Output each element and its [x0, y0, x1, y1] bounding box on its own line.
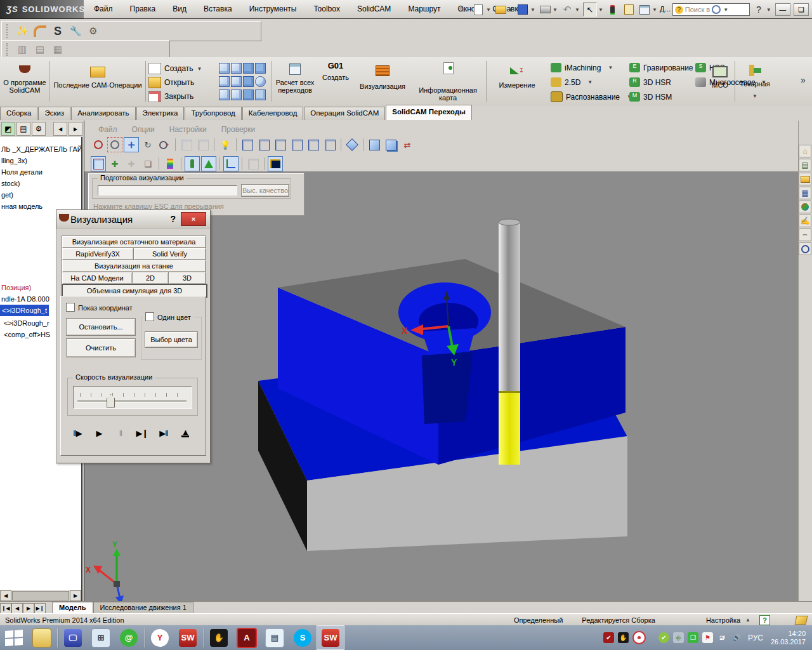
- cube-icon[interactable]: [219, 90, 230, 100]
- tab-solidcam-transitions[interactable]: SolidCAM Переходы: [386, 105, 472, 120]
- save-dropdown[interactable]: ▼: [530, 7, 535, 13]
- file-properties-icon[interactable]: [622, 3, 635, 16]
- view-top-icon[interactable]: [306, 137, 321, 152]
- tab-solidcam-operation[interactable]: Операция SolidCAM: [304, 107, 385, 120]
- tree-scroll-left-button[interactable]: ◀: [53, 122, 67, 136]
- tray-composer-icon[interactable]: ✋: [618, 632, 629, 643]
- select-dropdown[interactable]: ▼: [598, 7, 603, 13]
- zoom-window-icon[interactable]: [107, 137, 122, 152]
- stop-button[interactable]: Остановить...: [66, 318, 136, 336]
- cube-icon[interactable]: [219, 63, 230, 74]
- search-dropdown[interactable]: ▼: [723, 7, 728, 13]
- help-icon[interactable]: ?: [752, 3, 765, 16]
- sim-menu-settings[interactable]: Настройки: [163, 122, 213, 134]
- tab-scroll-left-icon[interactable]: ◀: [11, 603, 23, 614]
- search-input[interactable]: ? Поиск в ▼: [672, 3, 750, 16]
- tab-electrical[interactable]: Электрика: [136, 107, 185, 120]
- view-front-icon[interactable]: [240, 137, 255, 152]
- routing-wand-icon[interactable]: ✨: [15, 23, 30, 39]
- toolbar-handle-2[interactable]: [6, 43, 10, 56]
- tab-cabling[interactable]: Кабелепровод: [242, 107, 304, 120]
- refresh-view-icon[interactable]: ⇄: [400, 137, 415, 152]
- show-stock-icon[interactable]: [91, 156, 106, 171]
- show-tool-icon[interactable]: [185, 156, 200, 171]
- new-document-icon[interactable]: [472, 3, 485, 16]
- tray-volume-icon[interactable]: 🔊: [731, 632, 742, 643]
- taskbar-acrobat[interactable]: A: [233, 625, 261, 650]
- taskbar-skype[interactable]: S: [289, 625, 317, 650]
- color-scale-icon[interactable]: [162, 156, 178, 171]
- feature-manager-icon[interactable]: ▤: [16, 122, 30, 136]
- electrical-icon[interactable]: ⎓: [799, 229, 811, 241]
- tree-scroll-right-button[interactable]: ▶: [69, 122, 82, 136]
- tray-network-icon[interactable]: 🖳: [717, 632, 728, 643]
- pipe-elbow-icon[interactable]: [32, 23, 48, 39]
- residual-material-tab[interactable]: Визуализация остаточного материала: [62, 235, 206, 248]
- menu-edit[interactable]: Правка: [122, 0, 164, 18]
- machine-visualization-tab[interactable]: Визуализация на станке: [62, 260, 206, 272]
- appearances-icon[interactable]: [799, 201, 811, 213]
- flexible-tube-icon[interactable]: S: [50, 23, 65, 39]
- search-tools-icon[interactable]: [799, 242, 811, 255]
- recent-cam-operations-button[interactable]: Последние CAM-Операции: [51, 63, 145, 89]
- play-step-button[interactable]: ‖▶: [69, 426, 86, 440]
- tree-item[interactable]: get): [0, 189, 81, 201]
- dialog-titlebar[interactable]: Визуализация ? ×: [56, 210, 210, 229]
- taskbar-clock[interactable]: 14:20 26.03.2017: [771, 630, 806, 646]
- tab-scroll-right-icon[interactable]: ▶: [23, 603, 34, 614]
- measure-button[interactable]: ↧ Измерение: [490, 62, 544, 89]
- dialog-close-button[interactable]: ×: [181, 212, 206, 226]
- pipe-drop-icon[interactable]: ⚙: [86, 23, 101, 39]
- cad-model-tab[interactable]: На CAD Модели: [62, 272, 133, 284]
- about-solidcam-button[interactable]: О программе SolidCAM: [3, 61, 47, 94]
- view-back-icon[interactable]: [256, 137, 272, 152]
- view-palette-icon[interactable]: ▦: [799, 187, 811, 199]
- menu-file[interactable]: Файл: [86, 0, 121, 18]
- pan-icon[interactable]: ✛: [124, 137, 139, 152]
- tab-evaluate[interactable]: Анализировать: [71, 107, 135, 120]
- menu-solidcam[interactable]: SolidCAM: [350, 0, 398, 18]
- taskbar-solidworks-active[interactable]: SW: [317, 625, 344, 650]
- cube-icon[interactable]: [231, 90, 242, 100]
- solidverify-tab[interactable]: Solid Verify: [133, 248, 206, 260]
- taskbar-yandex-browser[interactable]: Y: [146, 625, 174, 650]
- menu-insert[interactable]: Вставка: [196, 0, 240, 18]
- pick-color-button[interactable]: Выбор цвета: [145, 331, 198, 348]
- taskbar-remote-desktop[interactable]: 🖵: [59, 625, 87, 650]
- show-holder-icon[interactable]: [201, 156, 216, 171]
- cube-icon[interactable]: [219, 76, 230, 87]
- options-list-icon[interactable]: [638, 3, 651, 16]
- design-library-icon[interactable]: ▤: [799, 159, 811, 171]
- start-button[interactable]: [0, 625, 28, 650]
- cam-close-button[interactable]: Закрыть: [148, 90, 203, 103]
- restore-button[interactable]: ❏: [794, 3, 809, 16]
- cam-open-button[interactable]: Открыть: [148, 76, 203, 90]
- tray-skype-icon[interactable]: ✔: [658, 632, 669, 643]
- scroll-right-icon[interactable]: ▶: [70, 590, 81, 601]
- status-help-icon[interactable]: ?: [759, 615, 770, 625]
- view-trimetric-icon[interactable]: [383, 137, 398, 152]
- minimize-button[interactable]: —: [775, 3, 790, 16]
- dialog-help-button[interactable]: ?: [170, 214, 176, 224]
- tree-item[interactable]: ЛЬ _X_ДЕРЖАТЕЛЬ ГАЙК: [0, 143, 81, 155]
- op-25d-button[interactable]: 2.5D▼: [551, 75, 632, 90]
- slider-track[interactable]: [77, 400, 187, 402]
- tree-item-selected[interactable]: <>i3DRough_t: [0, 305, 49, 316]
- ribbon-overflow-button[interactable]: »: [801, 75, 806, 85]
- scroll-left-icon[interactable]: ◀: [0, 590, 11, 601]
- cube-icon[interactable]: [243, 90, 254, 100]
- mco-button[interactable]: МСО: [707, 63, 733, 89]
- stack-icon[interactable]: [255, 63, 266, 74]
- pin-icon[interactable]: ✎: [456, 3, 469, 16]
- cube-icon[interactable]: [231, 76, 242, 87]
- play-single-button[interactable]: ▶‖: [155, 426, 173, 440]
- configurations-icon[interactable]: ⚙: [32, 122, 46, 136]
- tag-icon[interactable]: [795, 616, 808, 625]
- status-configuration[interactable]: Настройка: [706, 616, 740, 624]
- sim-menu-options[interactable]: Опции: [126, 122, 161, 134]
- clear-button[interactable]: Очистить: [66, 338, 136, 357]
- taskbar-mail-agent[interactable]: @: [115, 625, 143, 650]
- one-color-checkbox[interactable]: Один цвет: [143, 312, 193, 321]
- sim-menu-checks[interactable]: Проверки: [215, 122, 262, 134]
- calc-all-operations-button[interactable]: Расчет всех переходов: [274, 61, 316, 94]
